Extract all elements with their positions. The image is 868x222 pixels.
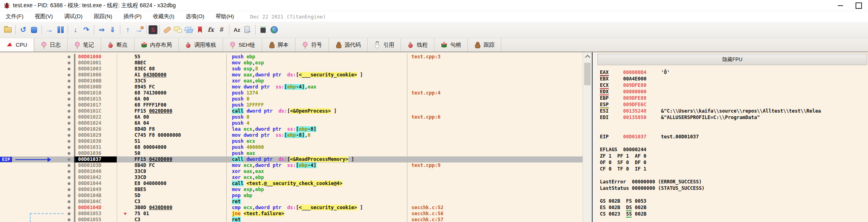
disassembly-scrollbar[interactable] (583, 52, 592, 222)
calculator-icon[interactable] (258, 25, 269, 35)
breakpoint-dot-icon[interactable] (68, 176, 70, 179)
address-cell[interactable]: 00D01040 (74, 169, 117, 175)
menu-item[interactable]: 收藏夹(I) (147, 11, 180, 22)
instruction-cell[interactable]: push 0 (227, 114, 407, 120)
bytes-cell[interactable]: 83EC 08 (117, 66, 227, 72)
comment-cell[interactable]: test.cpp:6 (407, 114, 583, 120)
instruction-cell[interactable]: call dword ptr ds:[<&OpenProcess> ] (227, 108, 407, 114)
disasm-row[interactable]: 00D0104CC3ret (0, 199, 583, 205)
instruction-cell[interactable]: ret (227, 217, 407, 222)
bytes-cell[interactable]: 75 01 (117, 211, 227, 217)
bytes-cell[interactable]: A1 0430D000 (117, 72, 227, 78)
register-line[interactable]: OF 0 SF 0 DF 0 (600, 159, 868, 166)
register-line[interactable] (600, 127, 868, 134)
register-line[interactable]: GS 002B FS 0053 (600, 198, 868, 204)
register-line[interactable]: ECX 009DFE80 (600, 82, 868, 88)
disasm-row[interactable]: 00D0100D8945 FCmov dword ptr ss:[ebp-4],… (0, 84, 583, 90)
comment-cell[interactable] (407, 138, 583, 144)
instruction-cell[interactable]: mov dword ptr ss:[ebp-4],eax (227, 84, 407, 90)
instruction-cell[interactable]: mov ecx,dword ptr ss:[ebp-4] (227, 162, 407, 169)
address-cell[interactable]: 00D01042 (74, 175, 117, 181)
register-line[interactable] (600, 191, 868, 198)
disasm-row[interactable]: 00D0100383EC 08sub esp,8 (0, 66, 583, 72)
breakpoint-dot-icon[interactable] (68, 134, 70, 137)
comment-cell[interactable] (407, 72, 583, 78)
bytes-cell[interactable]: 8945 FC (117, 84, 227, 90)
register-line[interactable]: EFLAGS 00000244 (600, 146, 868, 153)
breakpoint-cell[interactable] (64, 138, 74, 144)
breakpoint-dot-icon[interactable] (68, 206, 70, 209)
instruction-cell[interactable]: mov dword ptr ss:[ebp-8],0 (227, 132, 407, 138)
disasm-row[interactable]: 00D0100B33C5xor eax,ebp (0, 78, 583, 84)
menu-item[interactable]: 文件(F) (0, 11, 29, 22)
disasm-row[interactable]: 00D010156A 00push 0 (0, 96, 583, 102)
comment-cell[interactable]: test.cpp:4 (407, 90, 583, 96)
patches-icon[interactable] (162, 25, 173, 35)
breakpoint-dot-icon[interactable] (68, 92, 70, 95)
breakpoint-cell[interactable] (64, 169, 74, 175)
instruction-cell[interactable]: push 1FFFFF (227, 102, 407, 108)
address-cell[interactable]: 00D01049 (74, 187, 117, 193)
disasm-row[interactable]: 00D0103168 00004000push 400000 (0, 144, 583, 150)
breakpoint-dot-icon[interactable] (68, 188, 70, 191)
breakpoint-cell[interactable] (64, 175, 74, 181)
panel-splitter[interactable] (592, 52, 597, 222)
instruction-cell[interactable]: pop ebp (227, 193, 407, 199)
scrollbar-thumb[interactable] (584, 63, 591, 85)
breakpoint-dot-icon[interactable] (68, 128, 70, 131)
address-cell[interactable]: 00D01055 (74, 217, 117, 222)
breakpoint-cell[interactable] (64, 108, 74, 114)
breakpoint-dot-icon[interactable] (68, 80, 70, 82)
breakpoint-dot-icon[interactable] (68, 56, 70, 58)
register-line[interactable]: EBP 009DFE88 (600, 95, 868, 101)
comment-cell[interactable]: secchk.c:52 (407, 205, 583, 211)
breakpoint-dot-icon[interactable] (68, 152, 70, 155)
breakpoint-dot-icon[interactable] (68, 200, 70, 203)
bytes-cell[interactable]: 8BE5 (117, 187, 227, 193)
bytes-cell[interactable]: 8BEC (117, 60, 227, 66)
tab-cpu[interactable]: CPU (0, 38, 34, 51)
disasm-row[interactable]: 00D0103D8B4D FCmov ecx,dword ptr ss:[ebp… (0, 162, 583, 169)
disasm-row[interactable]: 00D010268D4D F8lea ecx,dword ptr ss:[ebp… (0, 126, 583, 132)
instruction-cell[interactable]: ret (227, 199, 407, 205)
address-cell[interactable]: 00D01017 (74, 102, 117, 108)
comment-cell[interactable] (407, 181, 583, 187)
bytes-cell[interactable]: 6A 00 (117, 114, 227, 120)
instruction-cell[interactable]: call <test.@__security_check_cookie@4> (227, 181, 407, 187)
address-cell[interactable]: 00D0104B (74, 193, 117, 199)
open-file-icon[interactable] (2, 25, 13, 35)
breakpoint-cell[interactable] (64, 78, 74, 84)
disasm-row[interactable]: 00D01029C745 F8 00000000mov dword ptr ss… (0, 132, 583, 138)
address-cell[interactable]: 00D01015 (74, 96, 117, 102)
comment-cell[interactable] (407, 84, 583, 90)
breakpoint-dot-icon[interactable] (68, 122, 70, 125)
tab-threads[interactable]: 线程 (401, 38, 434, 51)
address-cell[interactable]: 00D01036 (74, 150, 117, 156)
breakpoint-cell[interactable] (64, 102, 74, 108)
tab-script[interactable]: 脚本 (262, 38, 296, 51)
disasm-row[interactable]: 00D01037FF15 0420D000call dword ptr ds:[… (0, 156, 583, 162)
breakpoint-cell[interactable] (64, 187, 74, 193)
breakpoint-cell[interactable] (64, 211, 74, 217)
animate-over-icon[interactable]: ⇓ (107, 25, 118, 35)
breakpoint-cell[interactable] (64, 126, 74, 132)
disasm-row[interactable]: 00D0101068 74130000push 1374test.cpp:4 (0, 90, 583, 96)
breakpoint-dot-icon[interactable] (68, 194, 70, 197)
register-line[interactable]: LastStatus 00000000 (STATUS_SUCCESS) (600, 185, 868, 191)
register-line[interactable]: CF 0 TF 0 IF 1 (600, 166, 868, 172)
tab-symbols[interactable]: 符号 (296, 38, 329, 51)
step-into-icon[interactable]: ↓ (70, 25, 81, 35)
disasm-row[interactable]: 00D0104033C0xor eax,eax (0, 169, 583, 175)
breakpoint-cell[interactable] (64, 120, 74, 126)
comment-cell[interactable] (407, 193, 583, 199)
breakpoint-dot-icon[interactable] (68, 104, 70, 107)
comment-cell[interactable] (407, 175, 583, 181)
address-cell[interactable]: 00D01029 (74, 132, 117, 138)
address-cell[interactable]: 00D01006 (74, 72, 117, 78)
disasm-row[interactable]: 00D0100055push ebptest.cpp:3 (0, 54, 583, 60)
tab-notes[interactable]: 笔记 (68, 38, 101, 51)
menu-item[interactable]: 选项(O) (180, 11, 210, 22)
breakpoint-cell[interactable] (64, 132, 74, 138)
bytes-cell[interactable]: C745 F8 00000000 (117, 132, 227, 138)
instruction-cell[interactable]: call dword ptr ds:[<&ReadProcessMemory> … (227, 156, 407, 162)
